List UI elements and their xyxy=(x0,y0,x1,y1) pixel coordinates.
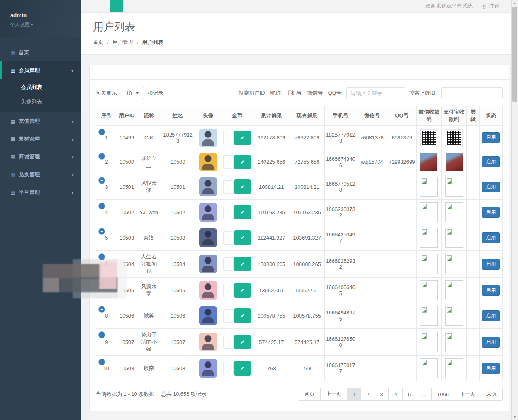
sidebar-subitem[interactable]: 头像列表 xyxy=(0,95,81,109)
current-fruit-cell: 107163.235 xyxy=(290,200,324,225)
page-button[interactable]: 首页 xyxy=(299,388,321,401)
sidebar-item-2[interactable]: ▦充值管理‹ xyxy=(0,112,81,130)
expand-row-button[interactable] xyxy=(98,228,105,235)
sidebar-item-3[interactable]: ▦果树管理‹ xyxy=(0,130,81,148)
sidebar-nav: ▦首页▦会员管理▾会员列表头像列表▦充值管理‹▦果树管理‹▦商城管理‹▦兑换管理… xyxy=(0,44,81,201)
level-cell xyxy=(467,126,480,150)
breadcrumb-user-mgmt[interactable]: 用户管理 xyxy=(113,39,134,46)
scroll-up-arrow-icon[interactable]: ▲ xyxy=(512,0,518,6)
wechat-qr-image xyxy=(420,280,438,300)
total-fruit-cell: 362178.809 xyxy=(253,126,290,150)
gold-input[interactable] xyxy=(223,284,234,297)
expand-row-button[interactable] xyxy=(98,306,105,313)
page-button[interactable]: 3 xyxy=(375,388,389,401)
gold-input[interactable] xyxy=(223,231,234,245)
table-row: 7 10505 风萧水寒 10505 139522.51 139522.51 1… xyxy=(96,278,503,303)
sidebar-item-6[interactable]: ▦平台管理‹ xyxy=(0,184,81,201)
sidebar-item-1[interactable]: ▦会员管理▾ xyxy=(0,61,81,79)
chevron-left-icon: ‹ xyxy=(72,190,74,196)
expand-row-button[interactable] xyxy=(98,129,105,135)
sidebar-item-0[interactable]: ▦首页 xyxy=(0,44,81,61)
expand-row-button[interactable] xyxy=(98,153,105,160)
status-enable-button[interactable]: 启用 xyxy=(482,310,500,321)
status-enable-button[interactable]: 启用 xyxy=(482,156,500,167)
records-info: 当前数据为 1 - 10 条数据； 总共 10,656 项记录 xyxy=(96,390,206,398)
status-enable-button[interactable]: 启用 xyxy=(482,207,500,218)
gold-input[interactable] xyxy=(223,362,234,375)
alipay-qr-cell xyxy=(442,225,467,251)
scrollbar-thumb[interactable] xyxy=(512,7,517,102)
row-index-cell: 2 xyxy=(96,150,117,174)
sidebar-item-4[interactable]: ▦商城管理‹ xyxy=(0,148,81,166)
gold-input[interactable] xyxy=(223,155,234,169)
table-row: 10 10508 镇南 10508 768 768 16661750177 启用 xyxy=(96,356,503,381)
sidebar-item-5[interactable]: ▦兑换管理‹ xyxy=(0,166,81,184)
page-button[interactable]: 下一页 xyxy=(454,388,481,401)
status-enable-button[interactable]: 启用 xyxy=(482,363,500,374)
phone-cell: 18257779123 xyxy=(324,126,357,150)
personal-settings-menu[interactable]: 个人设置▾ xyxy=(10,21,71,28)
breadcrumb: 首页 / 用户管理 / 用户列表 xyxy=(93,39,510,46)
vertical-scrollbar[interactable]: ▲ ▼ xyxy=(511,0,518,420)
avatar xyxy=(199,359,217,378)
column-header: 状态 xyxy=(480,106,503,126)
censored-patch xyxy=(99,262,117,289)
status-cell: 启用 xyxy=(480,150,503,174)
page-button[interactable]: 1 xyxy=(347,388,361,401)
gold-input[interactable] xyxy=(223,309,234,323)
sidebar-subitem[interactable]: 会员列表 xyxy=(0,80,81,95)
gold-confirm-button[interactable] xyxy=(234,131,251,145)
total-fruit-cell: 768 xyxy=(253,356,290,381)
total-fruit-cell: 100578.755 xyxy=(253,303,290,329)
gold-confirm-button[interactable] xyxy=(234,361,251,376)
status-enable-button[interactable]: 启用 xyxy=(482,132,500,143)
gold-input[interactable] xyxy=(223,257,234,271)
gold-input[interactable] xyxy=(223,131,234,144)
gold-input[interactable] xyxy=(223,206,234,219)
expand-row-button[interactable] xyxy=(98,331,105,338)
expand-row-button[interactable] xyxy=(98,177,105,184)
status-enable-button[interactable]: 启用 xyxy=(482,337,500,348)
status-enable-button[interactable]: 启用 xyxy=(482,285,500,296)
gold-confirm-button[interactable] xyxy=(234,155,251,169)
alipay-qr-cell xyxy=(442,329,467,356)
gold-confirm-button[interactable] xyxy=(234,335,251,349)
app-root: admin 个人设置▾ ▦首页▦会员管理▾会员列表头像列表▦充值管理‹▦果树管理… xyxy=(0,0,518,420)
menu-toggle-button[interactable] xyxy=(110,0,123,12)
gold-confirm-button[interactable] xyxy=(234,205,251,219)
gold-confirm-button[interactable] xyxy=(234,257,251,271)
per-page-select[interactable]: 10 xyxy=(121,87,144,99)
gold-confirm-button[interactable] xyxy=(234,230,251,245)
page-button[interactable]: 末页 xyxy=(481,388,503,401)
page-button[interactable]: 2 xyxy=(361,388,375,401)
expand-row-button[interactable] xyxy=(98,203,105,209)
gold-input[interactable] xyxy=(223,336,234,349)
expand-row-button[interactable] xyxy=(98,359,105,365)
row-index-cell: 1 xyxy=(96,126,117,150)
wechat-qr-image xyxy=(420,358,438,378)
page-button[interactable]: 4 xyxy=(388,388,403,401)
column-header: 微信号 xyxy=(357,106,387,126)
scroll-down-arrow-icon[interactable]: ▼ xyxy=(512,414,518,420)
logout-button[interactable]: 注销 xyxy=(481,2,499,10)
wechat-cell xyxy=(357,329,387,356)
wechat-qr-cell xyxy=(416,150,442,174)
gold-confirm-button[interactable] xyxy=(234,308,251,323)
wechat-qr-cell xyxy=(416,251,442,278)
status-enable-button[interactable]: 启用 xyxy=(482,232,500,243)
column-header: 手机号 xyxy=(324,106,357,126)
gold-confirm-button[interactable] xyxy=(234,179,251,194)
status-enable-button[interactable]: 启用 xyxy=(482,259,500,270)
page-button[interactable]: 上一页 xyxy=(320,388,347,401)
level-cell xyxy=(467,303,480,329)
status-enable-button[interactable]: 启用 xyxy=(482,182,500,192)
keyword-search-input[interactable] xyxy=(346,87,405,99)
parent-id-input[interactable] xyxy=(441,87,503,99)
panel: 每页显示 10 项记录 搜索用户ID、昵称、手机号、微信号、QQ号: 搜索上级I… xyxy=(89,65,509,411)
gold-input[interactable] xyxy=(223,180,234,194)
breadcrumb-home[interactable]: 首页 xyxy=(93,39,104,46)
main-area: 欢迎来到xx平台系统 注销 用户列表 首页 / 用户管理 / 用户列表 xyxy=(81,0,518,420)
page-button[interactable]: 1066 xyxy=(431,388,454,401)
page-button[interactable]: 5 xyxy=(402,388,416,401)
gold-confirm-button[interactable] xyxy=(234,283,251,298)
